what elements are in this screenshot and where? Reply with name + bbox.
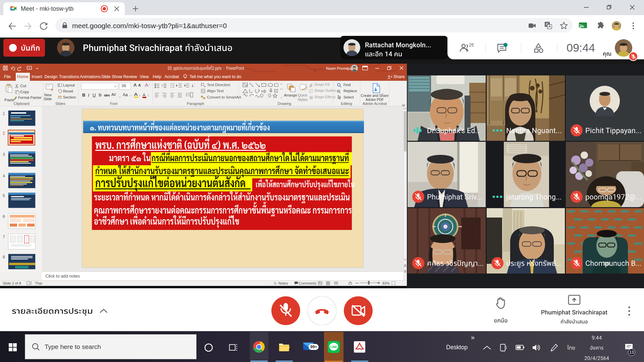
svg-text:A: A	[143, 93, 146, 98]
svg-text:26: 26	[469, 43, 474, 48]
svg-text:ab: ab	[337, 89, 340, 93]
svg-text:LINE: LINE	[330, 345, 337, 349]
svg-text:2: 2	[162, 85, 163, 87]
